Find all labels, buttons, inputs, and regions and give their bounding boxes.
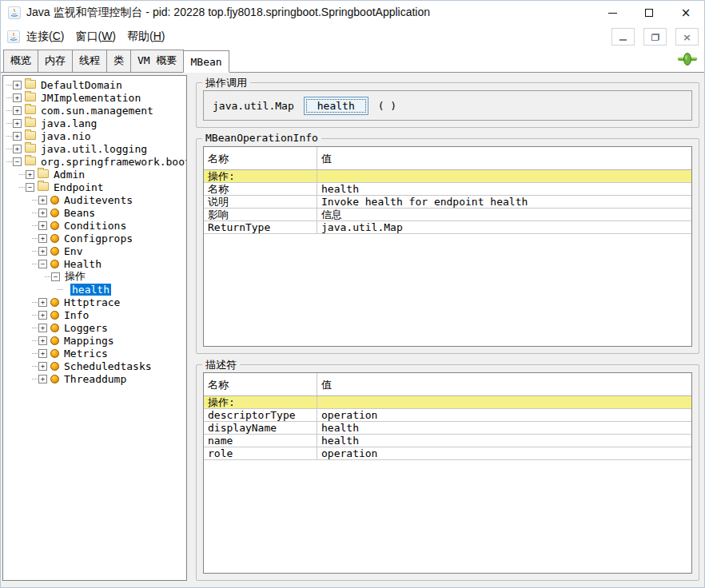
- tree-item-Loggers[interactable]: +Loggers: [3, 321, 186, 334]
- expand-toggle-icon[interactable]: +: [13, 145, 22, 153]
- tree-item-label[interactable]: 操作: [63, 269, 87, 284]
- table-row[interactable]: 操作:: [204, 396, 691, 409]
- tree-item-Env[interactable]: +Env: [3, 244, 186, 257]
- tree-item-label[interactable]: Endpoint: [52, 181, 106, 193]
- menu-window[interactable]: 窗口(W): [70, 27, 121, 46]
- table-row[interactable]: namehealth: [204, 435, 691, 447]
- tree-item-label[interactable]: Info: [62, 309, 90, 321]
- tree-item-Metrics[interactable]: +Metrics: [3, 347, 186, 360]
- tab-classes[interactable]: 类: [106, 50, 131, 72]
- table-row[interactable]: roleoperation: [204, 447, 691, 460]
- tree-item-label[interactable]: Loggers: [62, 322, 110, 334]
- tree-item-label[interactable]: Beans: [62, 207, 97, 219]
- expand-toggle-icon[interactable]: +: [13, 81, 22, 89]
- tab-memory[interactable]: 内存: [38, 50, 73, 72]
- tree-item-label[interactable]: Health: [62, 258, 103, 270]
- collapse-toggle-icon[interactable]: −: [13, 157, 22, 166]
- tree-item-操作[interactable]: −操作: [3, 270, 186, 283]
- column-header[interactable]: 名称: [204, 147, 317, 169]
- column-header[interactable]: 值: [317, 147, 691, 169]
- expand-toggle-icon[interactable]: +: [38, 362, 47, 371]
- collapse-toggle-icon[interactable]: −: [38, 260, 47, 268]
- expand-toggle-icon[interactable]: +: [38, 221, 47, 230]
- tree-item-label[interactable]: Httptrace: [62, 296, 121, 308]
- tree-item-label[interactable]: Conditions: [62, 220, 128, 232]
- tree-item-Configprops[interactable]: +Configprops: [3, 232, 186, 244]
- tree-item-Info[interactable]: +Info: [3, 308, 186, 321]
- tab-overview[interactable]: 概览: [3, 50, 38, 72]
- tree-item-Admin[interactable]: +Admin: [3, 168, 186, 181]
- tree-item-label[interactable]: Mappings: [62, 335, 116, 347]
- tree-item-Httptrace[interactable]: +Httptrace: [3, 296, 186, 308]
- tab-threads[interactable]: 线程: [72, 50, 107, 72]
- tree-item-Scheduledtasks[interactable]: +Scheduledtasks: [3, 360, 186, 372]
- expand-toggle-icon[interactable]: +: [13, 93, 22, 102]
- expand-toggle-icon[interactable]: +: [38, 234, 47, 243]
- table-row[interactable]: ReturnTypejava.util.Map: [204, 221, 691, 234]
- table-row[interactable]: descriptorTypeoperation: [204, 409, 691, 422]
- column-header[interactable]: 值: [317, 373, 691, 395]
- expand-toggle-icon[interactable]: +: [38, 298, 47, 307]
- tree-item-label[interactable]: Env: [62, 245, 84, 257]
- table-row[interactable]: 操作:: [204, 170, 691, 183]
- tree-item-org.springframework.boot[interactable]: −org.springframework.boot: [3, 155, 186, 168]
- collapse-toggle-icon[interactable]: −: [51, 272, 60, 281]
- tab-mbean[interactable]: MBean: [183, 50, 229, 73]
- tree-item-Endpoint[interactable]: −Endpoint: [3, 181, 186, 193]
- expand-toggle-icon[interactable]: +: [38, 311, 47, 320]
- expand-toggle-icon[interactable]: +: [38, 209, 47, 217]
- tree-item-DefaultDomain[interactable]: +DefaultDomain: [3, 78, 186, 91]
- table-row[interactable]: 说明Invoke health for endpoint health: [204, 196, 691, 209]
- mbean-tree[interactable]: +DefaultDomain+JMImplementation+com.sun.…: [2, 75, 187, 581]
- mdi-close-button[interactable]: ×: [675, 28, 699, 46]
- expand-toggle-icon[interactable]: +: [13, 106, 22, 115]
- tree-item-java.nio[interactable]: +java.nio: [3, 129, 186, 142]
- minimize-button[interactable]: [594, 1, 631, 25]
- menu-help[interactable]: 帮助(H): [122, 27, 169, 46]
- tree-item-java.lang[interactable]: +java.lang: [3, 117, 186, 129]
- split-pane-divider[interactable]: [187, 75, 196, 581]
- tree-item-JMImplementation[interactable]: +JMImplementation: [3, 91, 186, 104]
- tree-item-Conditions[interactable]: +Conditions: [3, 219, 186, 232]
- expand-toggle-icon[interactable]: +: [13, 132, 22, 141]
- expand-toggle-icon[interactable]: +: [38, 375, 47, 383]
- tree-item-label[interactable]: org.springframework.boot: [39, 156, 187, 168]
- tree-item-Auditevents[interactable]: +Auditevents: [3, 193, 186, 206]
- tree-item-Beans[interactable]: +Beans: [3, 206, 186, 219]
- table-row[interactable]: displayNamehealth: [204, 422, 691, 435]
- tree-item-label[interactable]: Threaddump: [62, 373, 128, 385]
- collapse-toggle-icon[interactable]: −: [26, 183, 34, 192]
- tree-item-label[interactable]: java.lang: [39, 117, 98, 129]
- mdi-restore-button[interactable]: [643, 28, 667, 46]
- tree-item-label[interactable]: JMImplementation: [39, 92, 142, 104]
- menu-connection[interactable]: 连接(C): [22, 27, 69, 46]
- invoke-health-button[interactable]: health: [304, 97, 368, 115]
- maximize-button[interactable]: [631, 1, 667, 25]
- expand-toggle-icon[interactable]: +: [38, 247, 47, 256]
- tree-item-Mappings[interactable]: +Mappings: [3, 334, 186, 347]
- tree-item-java.util.logging[interactable]: +java.util.logging: [3, 142, 186, 155]
- mdi-minimize-button[interactable]: [611, 28, 635, 46]
- tree-item-health[interactable]: health: [3, 283, 186, 296]
- tab-vm-summary[interactable]: VM 概要: [130, 50, 184, 72]
- tree-item-label[interactable]: java.nio: [39, 130, 93, 142]
- expand-toggle-icon[interactable]: +: [13, 119, 22, 128]
- expand-toggle-icon[interactable]: +: [38, 336, 47, 345]
- tree-item-com.sun.management[interactable]: +com.sun.management: [3, 104, 186, 117]
- tree-item-Health[interactable]: −Health: [3, 257, 186, 270]
- table-row[interactable]: 影响信息: [204, 209, 691, 221]
- close-button[interactable]: ×: [667, 1, 704, 25]
- tree-item-label[interactable]: Scheduledtasks: [62, 360, 153, 372]
- tree-item-label[interactable]: Admin: [52, 169, 86, 181]
- tree-item-label[interactable]: DefaultDomain: [39, 79, 124, 91]
- expand-toggle-icon[interactable]: +: [38, 324, 47, 332]
- tree-item-label[interactable]: health: [70, 284, 111, 296]
- tree-item-label[interactable]: Auditevents: [62, 194, 134, 206]
- expand-toggle-icon[interactable]: +: [38, 196, 47, 205]
- tree-item-label[interactable]: java.util.logging: [39, 143, 149, 155]
- table-row[interactable]: 名称health: [204, 183, 691, 196]
- column-header[interactable]: 名称: [204, 373, 317, 395]
- expand-toggle-icon[interactable]: +: [38, 349, 47, 358]
- tree-item-label[interactable]: Configprops: [62, 232, 134, 244]
- tree-item-label[interactable]: com.sun.management: [39, 105, 155, 117]
